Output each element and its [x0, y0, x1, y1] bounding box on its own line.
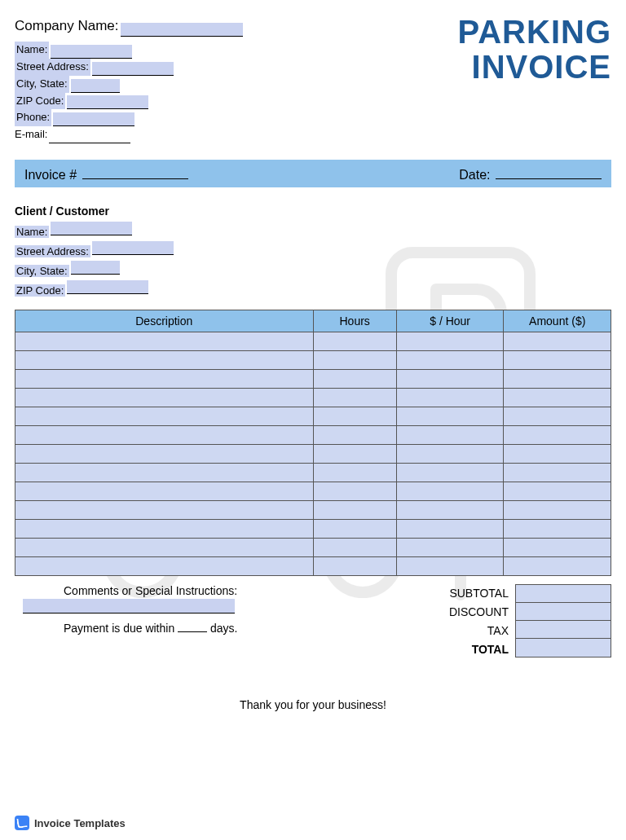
invoice-bar: Invoice # Date:	[15, 160, 611, 187]
client-name-input[interactable]	[51, 222, 132, 235]
table-cell[interactable]	[313, 500, 396, 519]
client-street-input[interactable]	[92, 241, 174, 255]
invoice-date-input[interactable]	[496, 165, 602, 179]
table-row	[15, 407, 611, 425]
table-cell[interactable]	[313, 519, 396, 538]
brand-icon	[15, 816, 29, 830]
total-value[interactable]	[516, 639, 611, 657]
table-cell[interactable]	[15, 388, 314, 407]
table-cell[interactable]	[396, 369, 504, 388]
table-cell[interactable]	[396, 500, 504, 519]
table-cell[interactable]	[313, 556, 396, 575]
col-amount: Amount ($)	[504, 310, 611, 332]
table-row	[15, 425, 611, 444]
subtotal-label: SUBTOTAL	[449, 584, 509, 603]
table-cell[interactable]	[504, 369, 611, 388]
email-input[interactable]	[49, 130, 130, 143]
table-cell[interactable]	[504, 407, 611, 425]
payment-days-input[interactable]	[178, 620, 207, 632]
table-row	[15, 519, 611, 538]
col-hours: Hours	[313, 310, 396, 332]
street-input[interactable]	[92, 62, 174, 76]
table-cell[interactable]	[15, 556, 314, 575]
table-cell[interactable]	[396, 332, 504, 350]
client-city-state-input[interactable]	[71, 261, 120, 275]
comments-block: Comments or Special Instructions: Paymen…	[15, 584, 449, 635]
client-city-state-label: City, State:	[15, 265, 69, 277]
table-cell[interactable]	[504, 388, 611, 407]
table-cell[interactable]	[504, 463, 611, 482]
zip-label: ZIP Code:	[15, 93, 65, 110]
table-cell[interactable]	[396, 538, 504, 556]
thank-you-message: Thank you for your business!	[15, 698, 611, 711]
table-cell[interactable]	[313, 425, 396, 444]
table-cell[interactable]	[504, 350, 611, 369]
email-label: E-mail:	[15, 126, 47, 143]
invoice-title: PARKING INVOICE	[458, 15, 611, 85]
invoice-date-label: Date:	[459, 168, 490, 182]
table-cell[interactable]	[396, 444, 504, 463]
table-cell[interactable]	[504, 519, 611, 538]
table-cell[interactable]	[15, 482, 314, 500]
client-heading: Client / Customer	[15, 202, 611, 220]
table-cell[interactable]	[313, 369, 396, 388]
company-name-input[interactable]	[121, 23, 243, 37]
table-cell[interactable]	[504, 482, 611, 500]
line-items-table: Description Hours $ / Hour Amount ($)	[15, 310, 611, 576]
phone-label: Phone:	[15, 109, 51, 126]
table-cell[interactable]	[313, 332, 396, 350]
comments-label: Comments or Special Instructions:	[64, 584, 449, 597]
table-cell[interactable]	[504, 425, 611, 444]
table-cell[interactable]	[396, 463, 504, 482]
table-row	[15, 332, 611, 350]
table-cell[interactable]	[15, 332, 314, 350]
zip-input[interactable]	[67, 95, 148, 109]
invoice-number-input[interactable]	[82, 165, 188, 179]
table-cell[interactable]	[15, 407, 314, 425]
table-cell[interactable]	[15, 444, 314, 463]
table-cell[interactable]	[313, 538, 396, 556]
street-label: Street Address:	[15, 59, 90, 76]
table-cell[interactable]	[15, 425, 314, 444]
city-state-input[interactable]	[71, 79, 120, 93]
footer-brand: Invoice Templates	[15, 816, 126, 830]
subtotal-value[interactable]	[516, 585, 611, 603]
table-cell[interactable]	[15, 369, 314, 388]
tax-value[interactable]	[516, 621, 611, 639]
table-cell[interactable]	[396, 482, 504, 500]
table-cell[interactable]	[396, 407, 504, 425]
table-cell[interactable]	[15, 538, 314, 556]
table-cell[interactable]	[504, 500, 611, 519]
payment-prefix: Payment is due within	[64, 622, 174, 635]
table-cell[interactable]	[396, 425, 504, 444]
table-cell[interactable]	[313, 388, 396, 407]
table-cell[interactable]	[396, 388, 504, 407]
comments-input[interactable]	[23, 599, 235, 614]
client-zip-input[interactable]	[67, 280, 148, 294]
table-row	[15, 482, 611, 500]
table-cell[interactable]	[504, 538, 611, 556]
table-cell[interactable]	[504, 332, 611, 350]
table-cell[interactable]	[396, 519, 504, 538]
table-cell[interactable]	[15, 350, 314, 369]
table-cell[interactable]	[15, 463, 314, 482]
company-block: Company Name: Name: Street Address: City…	[15, 15, 243, 143]
table-cell[interactable]	[15, 519, 314, 538]
table-cell[interactable]	[15, 500, 314, 519]
totals-labels: SUBTOTAL DISCOUNT TAX TOTAL	[449, 584, 515, 659]
table-cell[interactable]	[396, 556, 504, 575]
name-label: Name:	[15, 42, 49, 59]
phone-input[interactable]	[53, 112, 134, 126]
table-cell[interactable]	[396, 350, 504, 369]
table-cell[interactable]	[313, 482, 396, 500]
payment-suffix: days.	[210, 622, 237, 635]
table-cell[interactable]	[504, 444, 611, 463]
table-cell[interactable]	[313, 350, 396, 369]
table-cell[interactable]	[313, 444, 396, 463]
discount-value[interactable]	[516, 603, 611, 621]
table-row	[15, 463, 611, 482]
table-cell[interactable]	[313, 463, 396, 482]
table-cell[interactable]	[313, 407, 396, 425]
name-input[interactable]	[51, 45, 132, 59]
table-cell[interactable]	[504, 556, 611, 575]
